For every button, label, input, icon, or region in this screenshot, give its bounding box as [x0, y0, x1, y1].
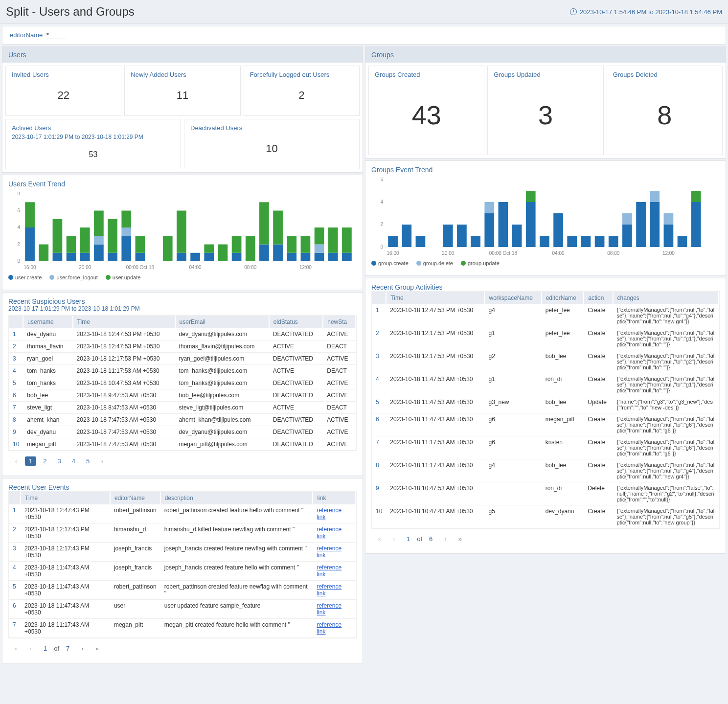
table-row[interactable]: 12023-10-18 12:47:43 PM +0530robert_patt…	[9, 504, 356, 523]
svg-rect-82	[664, 225, 674, 247]
table-row[interactable]: 12023-10-18 12:47:53 PM +0530g4peter_lee…	[372, 304, 719, 327]
legend-item[interactable]: user.create	[8, 274, 42, 280]
reference-link[interactable]: reference link	[317, 526, 341, 540]
table-row[interactable]: 52023-10-18 11:47:43 AM +0530robert_patt…	[9, 581, 356, 600]
table-row[interactable]: 62023-10-18 11:47:43 AM +0530useruser up…	[9, 600, 356, 619]
table-row[interactable]: 6bob_lee2023-10-18 9:47:53 AM +0530bob_l…	[9, 389, 356, 402]
svg-rect-81	[650, 191, 660, 202]
table-row[interactable]: 7steve_ligt2023-10-18 8:47:53 AM +0530st…	[9, 402, 356, 414]
svg-rect-46	[328, 227, 338, 253]
legend-item[interactable]: user.update	[106, 274, 141, 280]
table-row[interactable]: 5tom_hanks2023-10-18 10:47:53 AM +0530to…	[9, 377, 356, 389]
table-row[interactable]: 22023-10-18 12:17:53 PM +0530g1peter_lee…	[372, 327, 719, 350]
legend-item[interactable]: group.create	[371, 260, 409, 266]
col-header[interactable]: workspaceName	[484, 292, 541, 304]
pager-page[interactable]: 2	[39, 456, 50, 466]
pager-prev[interactable]: ‹	[25, 642, 37, 654]
table-row[interactable]: 32023-10-18 12:17:43 PM +0530joseph_fran…	[9, 543, 356, 562]
table-row[interactable]: 72023-10-18 11:17:43 AM +0530megan_pittm…	[9, 619, 356, 638]
stat-deact-users[interactable]: Deactivated Users 10	[184, 119, 360, 169]
stat-groups-updated[interactable]: Groups Updated 3	[487, 66, 603, 155]
table-row[interactable]: 52023-10-18 11:47:53 AM +0530g3_newbob_l…	[372, 396, 719, 413]
svg-text:6: 6	[380, 178, 383, 182]
table-row[interactable]: 22023-10-18 12:17:43 PM +0530himanshu_dh…	[9, 523, 356, 543]
table-row[interactable]: 8ahemt_khan2023-10-18 7:47:53 AM +0530ah…	[9, 414, 356, 426]
table-row[interactable]: 4tom_hanks2023-10-18 11:17:53 AM +0530to…	[9, 365, 356, 377]
legend-item[interactable]: user.force_logout	[49, 274, 97, 280]
group-activities-title: Recent Group Activities	[371, 283, 720, 291]
col-header[interactable]: username	[23, 316, 72, 328]
suspicious-pager: ‹12345›	[8, 451, 357, 471]
reference-link[interactable]: reference link	[317, 583, 341, 597]
col-header[interactable]: description	[160, 492, 313, 504]
col-header[interactable]: action	[584, 292, 613, 304]
table-row[interactable]: 72023-10-18 11:17:53 AM +0530g6kristenCr…	[372, 436, 719, 459]
pager-total: 7	[62, 644, 73, 653]
col-header[interactable]: oldStatus	[269, 316, 323, 328]
col-header[interactable]: Time	[386, 292, 484, 304]
svg-text:2: 2	[17, 242, 20, 247]
reference-link[interactable]: reference link	[317, 545, 341, 559]
svg-rect-34	[259, 245, 269, 262]
col-header[interactable]: editorName	[542, 292, 584, 304]
table-row[interactable]: 2thomas_flavin2023-10-18 12:47:53 PM +05…	[9, 341, 356, 353]
svg-rect-16	[94, 211, 104, 236]
table-row[interactable]: 92023-10-18 10:47:53 AM +0530ron_diDelet…	[372, 482, 719, 505]
legend-item[interactable]: group.update	[461, 260, 500, 266]
groups-chart[interactable]: 024616:0020:0000:00 Oct 1804:0008:0012:0…	[371, 178, 720, 271]
groups-panel-title: Groups	[365, 47, 726, 63]
col-header[interactable]: changes	[613, 292, 719, 304]
pager-next[interactable]: ›	[96, 455, 108, 467]
col-header[interactable]: userEmail	[175, 316, 269, 328]
table-row[interactable]: 1dev_dyanu2023-10-18 12:47:53 PM +0530de…	[9, 328, 356, 341]
pager-next[interactable]: ›	[76, 642, 88, 654]
time-range[interactable]: 2023-10-17 1:54:46 PM to 2023-10-18 1:54…	[570, 8, 722, 16]
stat-groups-created[interactable]: Groups Created 43	[368, 66, 484, 155]
table-row[interactable]: 3ryan_goel2023-10-18 12:17:53 PM +0530ry…	[9, 353, 356, 365]
table-row[interactable]: 102023-10-18 10:47:43 AM +0530g5dev_dyan…	[372, 505, 719, 528]
pager-next[interactable]: ›	[439, 533, 451, 545]
reference-link[interactable]: reference link	[317, 602, 341, 616]
pager-last[interactable]: »	[454, 533, 466, 545]
col-header[interactable]: editorName	[110, 492, 160, 504]
pager-last[interactable]: »	[91, 642, 103, 654]
table-row[interactable]: 10megan_pitt2023-10-18 7:47:53 AM +0530m…	[9, 438, 356, 451]
svg-text:8: 8	[17, 192, 20, 196]
pager-page[interactable]: 3	[53, 456, 65, 466]
table-row[interactable]: 32023-10-18 12:17:53 PM +0530g2bob_leeCr…	[372, 350, 719, 373]
svg-rect-36	[273, 245, 283, 262]
reference-link[interactable]: reference link	[317, 621, 341, 635]
filter-input[interactable]	[46, 31, 66, 39]
users-chart[interactable]: 0246816:0020:0000:00 Oct 1804:0008:0012:…	[8, 192, 357, 285]
pager-page[interactable]: 4	[68, 456, 79, 466]
stat-groups-deleted[interactable]: Groups Deleted 8	[607, 66, 723, 155]
stat-new-users[interactable]: Newly Added Users 11	[124, 66, 240, 116]
pager-prev[interactable]: ‹	[388, 533, 400, 545]
svg-rect-15	[94, 236, 104, 244]
col-header[interactable]: Time	[21, 492, 110, 504]
table-row[interactable]: 82023-10-18 11:17:43 AM +0530g4bob_leeCr…	[372, 459, 719, 482]
stat-active-users[interactable]: Actived Users 2023-10-17 1:01:29 PM to 2…	[5, 119, 181, 169]
reference-link[interactable]: reference link	[317, 507, 341, 521]
reference-link[interactable]: reference link	[317, 564, 341, 578]
table-row[interactable]: 42023-10-18 11:47:53 AM +0530g1ron_diCre…	[372, 373, 719, 396]
col-header[interactable]: Time	[73, 316, 175, 328]
pager-prev[interactable]: ‹	[10, 455, 22, 467]
pager-page[interactable]: 1	[25, 456, 36, 466]
suspicious-users-sub: 2023-10-17 1:01:29 PM to 2023-10-18 1:01…	[8, 305, 357, 312]
legend-item[interactable]: group.delete	[416, 260, 453, 266]
col-header[interactable]: link	[313, 492, 356, 504]
col-header[interactable]: newSta	[323, 316, 356, 328]
svg-rect-42	[315, 253, 324, 261]
table-row[interactable]: 9dev_dyanu2023-10-18 7:47:53 AM +0530dev…	[9, 426, 356, 438]
svg-rect-59	[388, 236, 398, 247]
svg-rect-62	[443, 225, 453, 247]
table-row[interactable]: 62023-10-18 11:47:43 AM +0530g6megan_pit…	[372, 413, 719, 436]
svg-rect-73	[567, 236, 577, 247]
stat-invited-users[interactable]: Invited Users 22	[5, 66, 121, 116]
table-row[interactable]: 42023-10-18 11:47:43 AM +0530joseph_fran…	[9, 562, 356, 581]
pager-first[interactable]: «	[373, 533, 385, 545]
pager-first[interactable]: «	[10, 642, 22, 654]
pager-page[interactable]: 5	[82, 456, 93, 466]
stat-logout-users[interactable]: Forcefully Logged out Users 2	[244, 66, 360, 116]
